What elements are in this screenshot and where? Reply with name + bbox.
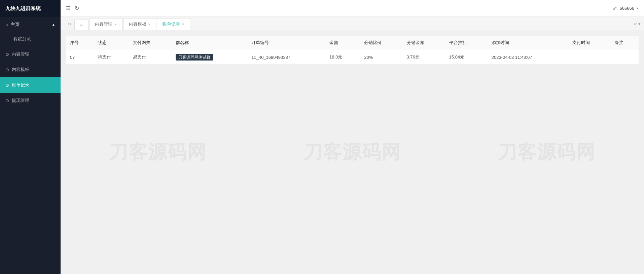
col-status: 状态 [94,36,129,50]
shield-icon-bill: ⊙ [5,83,9,88]
col-platform-fee: 平台抽拥 [445,36,488,50]
sidebar-item-bill-record-label: 帐单记录 [12,82,29,88]
cell-group-name: 刀客源码网测试群 [172,50,248,65]
sidebar-item-content-management-label: 内容管理 [12,51,29,57]
cell-pay-time [568,50,611,65]
watermark: 刀客源码网 刀客源码网 刀客源码网 [61,30,644,274]
tab-bill-record[interactable]: 帐单记录 × [157,18,190,30]
table-container: 序号 状态 支付网关 群名称 订单编号 金额 分销比例 分销金额 平台抽拥 添加… [66,36,639,65]
top-bar: ☰ ↻ ⤢ 666666 ▾ [61,0,644,17]
table-row: 57 待支付 易支付 刀客源码网测试群 11_40_1680493387 18.… [66,50,639,65]
sidebar-item-withdraw[interactable]: ⊙ 提现管理 [0,93,61,108]
tab-nav-back-button[interactable]: ‹‹ [66,21,73,26]
cell-order-id: 11_40_1680493387 [247,50,325,65]
col-remark: 备注 [611,36,639,50]
col-order-id: 订单编号 [247,36,325,50]
cell-amount: 18.8元 [325,50,360,65]
top-bar-right: ⤢ 666666 ▾ [613,5,639,11]
cell-add-time: 2023-04-03 11:43:07 [488,50,568,65]
table-header: 序号 状态 支付网关 群名称 订单编号 金额 分销比例 分销金额 平台抽拥 添加… [66,36,639,50]
group-name-tag: 刀客源码网测试群 [176,54,213,61]
shield-icon-withdraw: ⊙ [5,98,9,103]
sidebar-main-label: 主页 [11,22,20,28]
tab-nav-forward-button[interactable]: ›› ▾ [632,21,643,26]
col-pay-time: 支付时间 [568,36,611,50]
bill-table: 序号 状态 支付网关 群名称 订单编号 金额 分销比例 分销金额 平台抽拥 添加… [66,36,639,65]
tab-content-management-close[interactable]: × [114,22,116,26]
col-dist-amount: 分销金额 [403,36,445,50]
sidebar-item-home[interactable]: ⌂ 主页 ▲ [0,17,61,32]
app-title: 九块九进群系统 [0,0,61,17]
cell-status: 待支付 [94,50,129,65]
sidebar-item-content-template[interactable]: ⊙ 内容模板 [0,62,61,77]
col-id: 序号 [66,36,94,50]
collapse-button[interactable]: ☰ [66,5,71,11]
refresh-button[interactable]: ↻ [75,5,79,11]
watermark-text-2: 刀客源码网 [303,140,401,165]
user-chevron-icon[interactable]: ▾ [637,6,639,10]
sidebar-item-data-overview[interactable]: 数据总览 [0,32,61,46]
watermark-text-1: 刀客源码网 [109,140,207,165]
tab-content-management[interactable]: 内容管理 × [89,18,122,30]
tab-content-template-close[interactable]: × [148,22,150,26]
col-amount: 金额 [325,36,360,50]
user-info: 666666 [620,6,634,11]
sidebar-item-bill-record[interactable]: ⊙ 帐单记录 [0,77,61,93]
cell-platform-fee: 15.04元 [445,50,488,65]
col-gateway: 支付网关 [129,36,171,50]
home-icon: ⌂ [5,22,8,27]
sidebar: 九块九进群系统 ⌂ 主页 ▲ 数据总览 ⊙ 内容管理 ⊙ 内容模板 ⊙ 帐单记录… [0,0,61,274]
tab-bill-record-close[interactable]: × [182,22,184,26]
cell-dist-amount: 3.76元 [403,50,445,65]
tab-content-template-label: 内容模板 [129,21,146,27]
col-dist-ratio: 分销比例 [360,36,402,50]
table-body: 57 待支付 易支付 刀客源码网测试群 11_40_1680493387 18.… [66,50,639,65]
tab-home[interactable]: ⌂ [74,19,88,30]
content-inner: 序号 状态 支付网关 群名称 订单编号 金额 分销比例 分销金额 平台抽拥 添加… [66,36,639,65]
cell-id: 57 [66,50,94,65]
top-bar-left: ☰ ↻ [66,5,79,11]
sidebar-item-withdraw-label: 提现管理 [12,97,29,104]
chevron-up-icon: ▲ [52,23,55,27]
main-area: ☰ ↻ ⤢ 666666 ▾ ‹‹ ⌂ 内容管理 × 内容模板 × 帐单记录 ×… [61,0,644,274]
col-group-name: 群名称 [172,36,248,50]
tab-content-template[interactable]: 内容模板 × [123,18,156,30]
content-area: 刀客源码网 刀客源码网 刀客源码网 序号 状态 支付网关 群名称 订单编号 金额 [61,30,644,274]
tab-bill-record-label: 帐单记录 [163,21,180,27]
cell-dist-ratio: 20% [360,50,402,65]
col-add-time: 添加时间 [488,36,568,50]
fullscreen-button[interactable]: ⤢ [613,5,617,11]
cell-remark [611,50,639,65]
home-tab-icon: ⌂ [80,22,83,27]
sidebar-item-content-management[interactable]: ⊙ 内容管理 [0,46,61,62]
cell-gateway: 易支付 [129,50,171,65]
shield-icon-content: ⊙ [5,52,9,57]
shield-icon-template: ⊙ [5,67,9,72]
sidebar-item-content-template-label: 内容模板 [12,67,29,73]
tab-content-management-label: 内容管理 [95,21,112,27]
tab-bar: ‹‹ ⌂ 内容管理 × 内容模板 × 帐单记录 × ›› ▾ [61,17,644,30]
table-header-row: 序号 状态 支付网关 群名称 订单编号 金额 分销比例 分销金额 平台抽拥 添加… [66,36,639,50]
watermark-text-3: 刀客源码网 [498,140,596,165]
